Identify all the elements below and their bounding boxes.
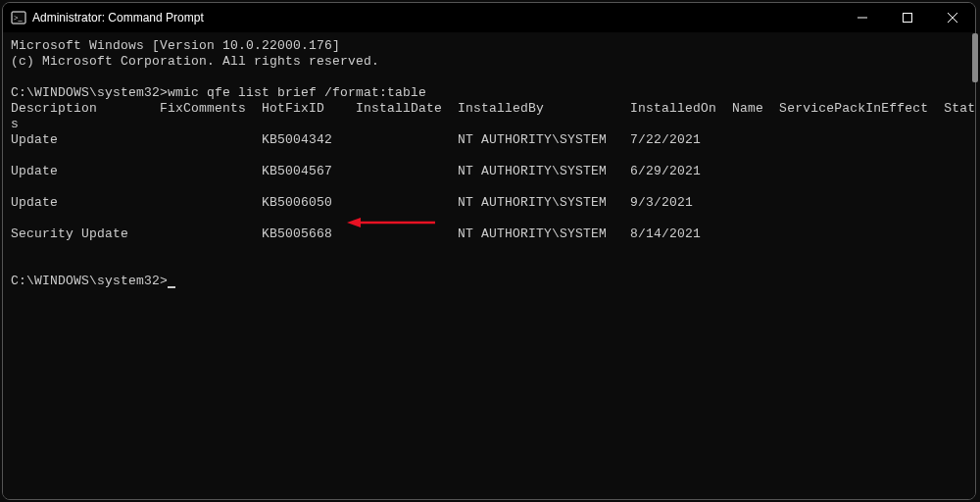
svg-rect-3 <box>904 14 912 23</box>
prompt: C:\WINDOWS\system32> <box>11 85 168 100</box>
table-row: Update KB5004567 NT AUTHORITY\SYSTEM 6/2… <box>11 164 732 178</box>
close-button[interactable] <box>930 3 975 32</box>
svg-text:>_: >_ <box>14 14 24 23</box>
terminal-output[interactable]: Microsoft Windows [Version 10.0.22000.17… <box>3 32 975 499</box>
window-title: Administrator: Command Prompt <box>32 11 204 25</box>
prompt: C:\WINDOWS\system32> <box>11 274 168 288</box>
command-text: wmic qfe list brief /format:table <box>168 85 426 100</box>
header-wrap: s <box>11 117 19 131</box>
cmd-icon: >_ <box>11 10 26 25</box>
table-header: Description FixComments HotFixID Install… <box>11 101 975 116</box>
banner-line-1: Microsoft Windows [Version 10.0.22000.17… <box>11 38 340 53</box>
minimize-button[interactable] <box>840 3 885 32</box>
vertical-scrollbar[interactable] <box>972 33 976 82</box>
table-row: Update KB5004342 NT AUTHORITY\SYSTEM 7/2… <box>11 132 732 147</box>
command-prompt-window: >_ Administrator: Command Prompt Microso… <box>2 2 976 500</box>
cursor <box>168 286 175 288</box>
titlebar[interactable]: >_ Administrator: Command Prompt <box>3 3 975 32</box>
banner-line-2: (c) Microsoft Corporation. All rights re… <box>11 54 379 69</box>
maximize-button[interactable] <box>885 3 930 32</box>
table-row: Security Update KB5005668 NT AUTHORITY\S… <box>11 226 732 241</box>
window-controls <box>840 3 975 32</box>
table-row: Update KB5006050 NT AUTHORITY\SYSTEM 9/3… <box>11 195 732 210</box>
